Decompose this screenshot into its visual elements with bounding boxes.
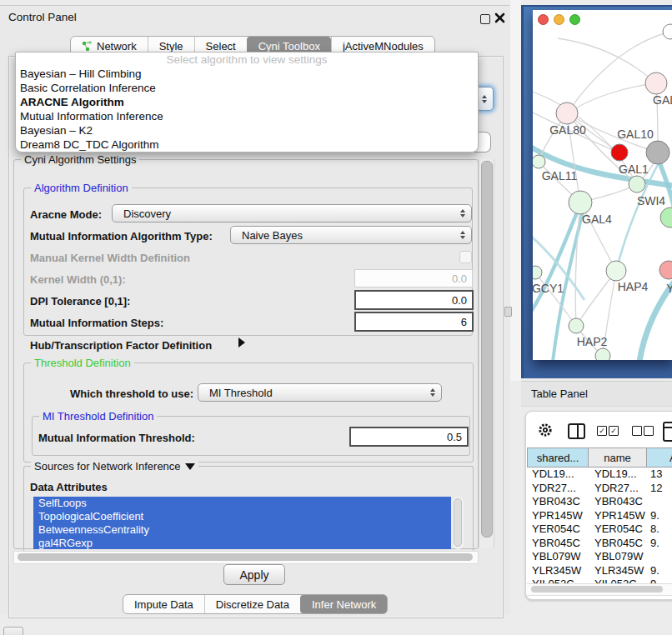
settings-horizontal-scrollbar[interactable] bbox=[13, 551, 479, 564]
mi-threshold-input[interactable]: 0.5 bbox=[349, 427, 469, 447]
network-node-salmon[interactable] bbox=[659, 261, 672, 279]
node-label-gal11: GAL11 bbox=[542, 169, 578, 182]
threshold-definition-title: Threshold Definition bbox=[31, 357, 134, 369]
minimize-traffic-light[interactable] bbox=[554, 14, 564, 25]
node-label-gal10: GAL10 bbox=[617, 128, 654, 141]
data-attributes-list[interactable]: SelfLoops TopologicalCoefficient Between… bbox=[33, 497, 451, 549]
unchecked-checkbox-icon[interactable] bbox=[632, 426, 642, 436]
float-window-icon[interactable] bbox=[480, 14, 490, 24]
manual-kernel-label: Manual Kernel Width Definition bbox=[30, 252, 190, 264]
network-canvas[interactable]: GAL80 GAL10 GAL11 GAL1 SWI4 GAL4 GCY1 HA… bbox=[533, 10, 672, 360]
table-row[interactable]: YLR345WYLR345W9. bbox=[527, 564, 672, 578]
network-node-hap2[interactable] bbox=[569, 318, 584, 333]
attribute-item-selected[interactable]: gal4RGexp bbox=[33, 537, 451, 549]
tab-infer-network[interactable]: Infer Network bbox=[300, 595, 387, 613]
dropdown-item-selected[interactable]: ARACNE Algorithm bbox=[16, 95, 478, 109]
table-row[interactable]: YDR27...YDR27...12 bbox=[527, 482, 672, 496]
aracne-mode-combo[interactable]: Discovery bbox=[112, 204, 472, 222]
table-row[interactable]: YIL052CYIL052C9 bbox=[527, 578, 672, 583]
table-row[interactable]: YBR043CYBR043C bbox=[527, 495, 672, 509]
column-visibility-icon[interactable] bbox=[568, 423, 585, 439]
network-view-frame[interactable]: GAL80 GAL10 GAL11 GAL1 SWI4 GAL4 GCY1 HA… bbox=[521, 5, 672, 378]
control-panel-title: Control Panel bbox=[8, 11, 77, 23]
collapse-sources-icon[interactable] bbox=[185, 463, 195, 470]
table-settings-gear-icon[interactable] bbox=[538, 422, 553, 438]
dpi-tolerance-label: DPI Tolerance [0,1]: bbox=[30, 295, 130, 308]
attribute-item-selected[interactable]: BetweennessCentrality bbox=[33, 523, 451, 537]
hscroll-thumb[interactable] bbox=[18, 553, 473, 561]
stepper-arrows-icon bbox=[430, 388, 435, 397]
mi-type-value: Naive Bayes bbox=[242, 229, 303, 242]
mi-steps-label: Mutual Information Steps: bbox=[30, 317, 163, 329]
panel-gap bbox=[510, 0, 521, 381]
panel-splitter-handle[interactable] bbox=[504, 307, 512, 317]
network-node-partial[interactable] bbox=[663, 24, 672, 39]
apply-button[interactable]: Apply bbox=[223, 564, 285, 585]
table-hscroll-thumb[interactable] bbox=[531, 586, 663, 592]
node-label-gal1: GAL1 bbox=[619, 162, 649, 176]
table-panel-title: Table Panel bbox=[531, 388, 588, 400]
network-icon bbox=[82, 41, 93, 52]
dropdown-item[interactable]: Mutual Information Inference bbox=[16, 109, 478, 123]
table-grid-icon[interactable] bbox=[663, 422, 672, 442]
dropdown-item[interactable]: Bayesian – K2 bbox=[16, 123, 478, 138]
mi-type-label: Mutual Information Algorithm Type: bbox=[30, 230, 213, 242]
network-node-gal1[interactable] bbox=[629, 176, 645, 192]
algorithm-combo-arrow[interactable] bbox=[476, 87, 494, 111]
close-traffic-light[interactable] bbox=[538, 14, 549, 25]
network-node-gcy1[interactable] bbox=[533, 266, 542, 279]
unchecked-checkbox-icon[interactable] bbox=[644, 426, 654, 436]
dpi-tolerance-input[interactable]: 0.0 bbox=[354, 290, 474, 310]
manual-kernel-checkbox[interactable] bbox=[459, 251, 472, 263]
table-row[interactable]: YER054CYER054C8. bbox=[527, 522, 672, 537]
network-node-gal11[interactable] bbox=[533, 155, 545, 168]
tab-impute-data[interactable]: Impute Data bbox=[123, 595, 204, 613]
mi-steps-input[interactable]: 6 bbox=[354, 312, 474, 332]
vscroll-thumb[interactable] bbox=[481, 161, 493, 538]
settings-vertical-scrollbar[interactable] bbox=[479, 159, 494, 548]
mi-type-combo[interactable]: Naive Bayes bbox=[230, 226, 472, 244]
checked-checkbox-icon[interactable]: ✓ bbox=[597, 426, 607, 436]
settings-group-title: Cyni Algorithm Settings bbox=[21, 153, 139, 166]
collapsed-panel-button[interactable] bbox=[3, 627, 23, 635]
table-row[interactable]: YBR045CYBR045C9. bbox=[527, 537, 672, 551]
attribute-list-scrollbar[interactable] bbox=[453, 497, 464, 549]
dropdown-item[interactable]: Dream8 DC_TDC Algorithm bbox=[16, 138, 478, 152]
stepper-arrows-icon bbox=[460, 209, 465, 218]
close-icon[interactable] bbox=[494, 12, 505, 23]
tab-discretize-data[interactable]: Discretize Data bbox=[204, 595, 300, 613]
dropdown-item[interactable]: Bayesian – Hill Climbing bbox=[16, 67, 478, 81]
hub-section-label: Hub/Transcription Factor Definition bbox=[30, 339, 212, 352]
network-node-gal4[interactable] bbox=[569, 191, 592, 214]
network-node-gray[interactable] bbox=[646, 141, 669, 164]
table-horizontal-scrollbar[interactable] bbox=[527, 583, 672, 596]
dropdown-item[interactable]: Basic Correlation Inference bbox=[16, 81, 478, 95]
kernel-width-input[interactable]: 0.0 bbox=[354, 269, 473, 288]
stepper-arrows-icon bbox=[482, 95, 487, 103]
data-attributes-label: Data Attributes bbox=[30, 481, 108, 493]
network-node-gal80[interactable] bbox=[556, 102, 578, 124]
column-header-name[interactable]: name bbox=[588, 448, 647, 468]
expand-hub-section-icon[interactable] bbox=[238, 338, 245, 348]
attribute-item-selected[interactable]: SelfLoops bbox=[33, 497, 451, 510]
which-threshold-combo[interactable]: MI Threshold bbox=[198, 383, 442, 402]
network-node-gal[interactable] bbox=[645, 72, 667, 94]
table-row[interactable]: YBL079WYBL079W bbox=[527, 550, 672, 564]
node-label-hap2: HAP2 bbox=[577, 335, 608, 348]
network-node-bottom[interactable] bbox=[595, 348, 610, 360]
which-threshold-value: MI Threshold bbox=[209, 387, 273, 399]
column-header-partial[interactable]: A bbox=[646, 448, 672, 468]
node-label-hap4: HAP4 bbox=[618, 280, 649, 293]
column-header-shared-name[interactable]: shared... bbox=[527, 448, 589, 468]
network-node-hap4[interactable] bbox=[606, 261, 626, 281]
network-node-bright-green[interactable] bbox=[660, 208, 672, 228]
node-label-gal-partial: GAL bbox=[653, 93, 672, 107]
attribute-item-selected[interactable]: TopologicalCoefficient bbox=[33, 510, 451, 523]
kernel-width-label: Kernel Width (0,1): bbox=[30, 273, 126, 286]
checked-checkbox-icon[interactable]: ✓ bbox=[609, 426, 619, 436]
mi-threshold-label: Mutual Information Threshold: bbox=[38, 432, 195, 444]
zoom-traffic-light[interactable] bbox=[569, 14, 580, 25]
table-row[interactable]: YDL19...YDL19...13 bbox=[527, 468, 672, 482]
table-row[interactable]: YPR145WYPR145W9. bbox=[527, 509, 672, 523]
network-node-red[interactable] bbox=[611, 144, 628, 161]
